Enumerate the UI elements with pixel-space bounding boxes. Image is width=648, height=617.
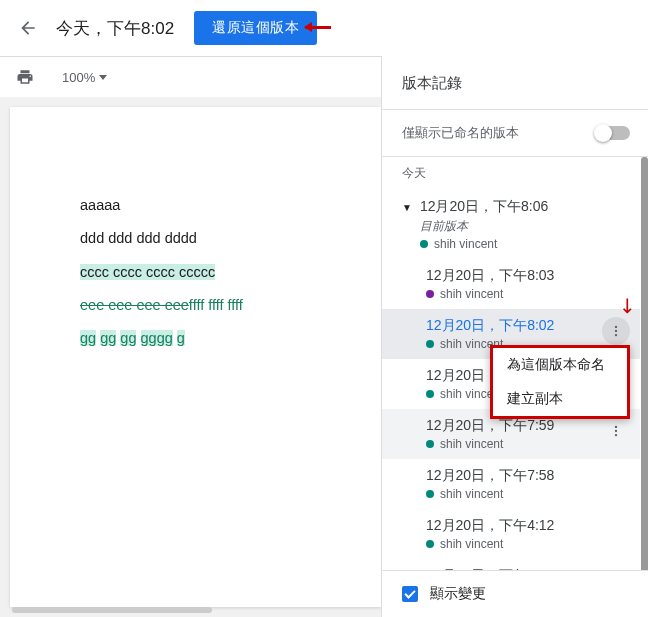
arrow-left-icon: [18, 18, 38, 38]
svg-point-2: [615, 334, 617, 336]
panel-title: 版本記錄: [382, 56, 648, 109]
svg-point-3: [615, 426, 617, 428]
triangle-down-icon[interactable]: ▼: [402, 202, 412, 213]
toolbar: 100%: [0, 57, 381, 97]
document-viewport: aaaaa ddd ddd ddd dddd cccc cccc cccc cc…: [0, 97, 381, 617]
header: 今天，下午8:02 還原這個版本: [0, 0, 648, 56]
scrollbar-vertical[interactable]: [641, 157, 648, 570]
svg-point-5: [615, 434, 617, 436]
context-menu: 為這個版本命名 建立副本: [490, 345, 630, 419]
svg-point-0: [615, 326, 617, 328]
more-options-button[interactable]: [602, 317, 630, 345]
doc-line: ddd ddd ddd dddd: [80, 222, 359, 255]
doc-line: cccc cccc cccc ccccc: [80, 256, 359, 289]
footer: 顯示變更: [382, 570, 648, 617]
document-page: aaaaa ddd ddd ddd dddd cccc cccc cccc cc…: [10, 107, 381, 607]
version-item[interactable]: 12月20日，下午4:12 shih vincent: [382, 509, 640, 559]
show-changes-checkbox[interactable]: [402, 586, 418, 602]
menu-copy[interactable]: 建立副本: [493, 382, 627, 416]
version-list-wrap: 今天 ▼ 12月20日，下午8:06 目前版本 shih vincent 12月…: [382, 157, 648, 570]
page-title: 今天，下午8:02: [56, 17, 174, 40]
version-item[interactable]: 12月20日，下午4:12: [382, 559, 640, 570]
author-dot-icon: [426, 540, 434, 548]
zoom-value: 100%: [62, 70, 95, 85]
version-item[interactable]: 12月20日，下午8:03 shih vincent: [382, 259, 640, 309]
dots-vertical-icon: [609, 324, 623, 338]
left-pane: 100% aaaaa ddd ddd ddd dddd cccc cccc cc…: [0, 56, 381, 617]
version-list: 今天 ▼ 12月20日，下午8:06 目前版本 shih vincent 12月…: [382, 157, 640, 570]
svg-point-1: [615, 330, 617, 332]
annotation-arrow-icon: [305, 26, 331, 29]
doc-line: gg gg gg gggg g: [80, 322, 359, 355]
print-icon: [16, 68, 34, 86]
print-button[interactable]: [16, 68, 34, 86]
author-dot-icon: [426, 440, 434, 448]
back-button[interactable]: [8, 8, 48, 48]
doc-line: aaaaa: [80, 189, 359, 222]
zoom-selector[interactable]: 100%: [62, 70, 107, 85]
chevron-down-icon: [99, 75, 107, 80]
menu-rename[interactable]: 為這個版本命名: [493, 348, 627, 382]
named-only-row: 僅顯示已命名的版本: [382, 110, 648, 156]
author-dot-icon: [420, 240, 428, 248]
named-only-label: 僅顯示已命名的版本: [402, 124, 519, 142]
right-panel: 版本記錄 僅顯示已命名的版本 今天 ▼ 12月20日，下午8:06 目前版本 s…: [381, 56, 648, 617]
group-today: 今天: [382, 157, 640, 190]
doc-line: eee eee eee eeeffff ffff ffff: [80, 289, 359, 322]
author-dot-icon: [426, 490, 434, 498]
dots-vertical-icon: [609, 424, 623, 438]
author-dot-icon: [426, 290, 434, 298]
show-changes-label: 顯示變更: [430, 585, 486, 603]
author-dot-icon: [426, 390, 434, 398]
svg-point-4: [615, 430, 617, 432]
main: 100% aaaaa ddd ddd ddd dddd cccc cccc cc…: [0, 56, 648, 617]
scrollbar-horizontal[interactable]: [12, 607, 212, 613]
more-options-button[interactable]: [602, 417, 630, 445]
version-item[interactable]: 12月20日，下午7:58 shih vincent: [382, 459, 640, 509]
version-parent[interactable]: ▼ 12月20日，下午8:06 目前版本 shih vincent: [382, 190, 640, 259]
author-dot-icon: [426, 340, 434, 348]
named-only-toggle[interactable]: [596, 126, 630, 140]
version-item-selected[interactable]: 12月20日，下午8:02 shih vincent ↘ 為這個版本命名 建立副…: [382, 309, 640, 359]
